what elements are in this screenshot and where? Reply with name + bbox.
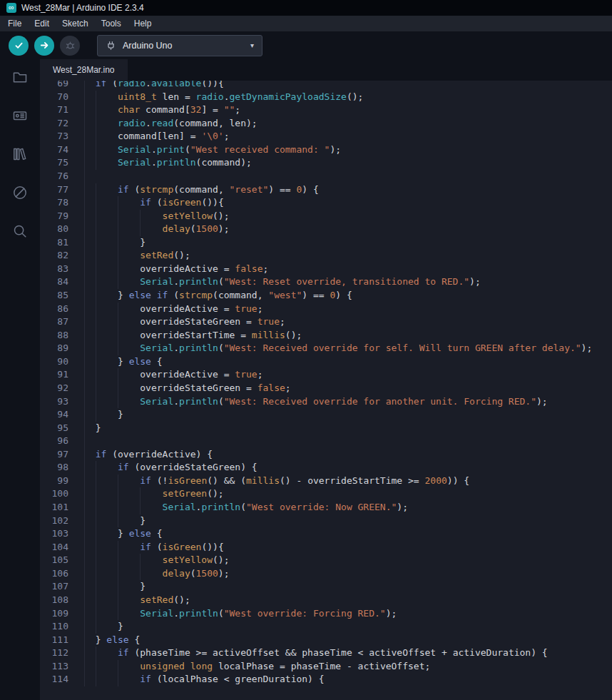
line-number: 74 [40, 143, 84, 157]
code-line[interactable]: 83 overrideActive = false; [40, 263, 612, 276]
code-line[interactable]: 96 [40, 435, 612, 448]
code-line[interactable]: 108 setRed(); [40, 594, 612, 607]
debug-circle-slash-icon [11, 184, 29, 201]
sidebar-boards-manager-button[interactable] [9, 106, 31, 125]
library-books-icon [11, 146, 29, 163]
line-number: 83 [40, 263, 84, 276]
line-number: 95 [40, 422, 84, 435]
line-number: 87 [40, 315, 84, 329]
line-number: 94 [40, 408, 84, 422]
arduino-ide-window: ∞ West_28Mar | Arduino IDE 2.3.4 File Ed… [0, 0, 612, 700]
line-number: 96 [40, 435, 84, 448]
tab-bar: West_28Mar.ino [40, 59, 612, 81]
code-line[interactable]: 90 } else { [40, 355, 612, 369]
toolbar: Arduino Uno ▾ [0, 31, 612, 59]
code-line[interactable]: 75 Serial.println(command); [40, 156, 612, 170]
line-number: 106 [40, 567, 84, 581]
line-number: 111 [40, 634, 84, 647]
sidebar-search-button[interactable] [9, 222, 31, 240]
line-number: 107 [40, 580, 84, 594]
code-line[interactable]: 103 } else { [40, 527, 612, 541]
line-number: 69 [40, 81, 84, 91]
code-line[interactable]: 71 char command[32] = ""; [40, 103, 612, 117]
code-line[interactable]: 88 overrideStartTime = millis(); [40, 329, 612, 343]
code-line[interactable]: 107 } [40, 580, 612, 594]
code-line[interactable]: 114 if (localPhase < greenDuration) { [40, 673, 612, 686]
code-line[interactable]: 84 Serial.println("West: Reset override,… [40, 275, 612, 289]
code-line[interactable]: 89 Serial.println("West: Received overri… [40, 342, 612, 355]
verify-button[interactable] [9, 36, 29, 56]
code-line[interactable]: 80 delay(1500); [40, 223, 612, 236]
code-line[interactable]: 102 } [40, 514, 612, 528]
line-number: 100 [40, 487, 84, 501]
tab-west-28mar-ino[interactable]: West_28Mar.ino [40, 59, 128, 81]
line-number: 99 [40, 475, 84, 488]
code-line[interactable]: 82 setRed(); [40, 249, 612, 263]
code-line[interactable]: 85 } else if (strcmp(command, "west") ==… [40, 289, 612, 303]
code-line[interactable]: 113 unsigned long localPhase = phaseTime… [40, 660, 612, 674]
line-number: 110 [40, 620, 84, 634]
line-number: 105 [40, 554, 84, 567]
code-line[interactable]: 86 overrideActive = true; [40, 303, 612, 316]
menu-item-edit[interactable]: Edit [28, 17, 56, 30]
window-title: West_28Mar | Arduino IDE 2.3.4 [21, 3, 144, 13]
line-number: 112 [40, 646, 84, 660]
board-plug-icon [106, 40, 116, 51]
upload-button[interactable] [34, 36, 54, 56]
code-line[interactable]: 104 if (isGreen()){ [40, 541, 612, 554]
code-line[interactable]: 74 Serial.print("West received command: … [40, 143, 612, 157]
code-line[interactable]: 101 Serial.println("West override: Now G… [40, 501, 612, 514]
code-line[interactable]: 87 overrideStateGreen = true; [40, 315, 612, 329]
code-line[interactable]: 105 setYellow(); [40, 554, 612, 567]
board-selector[interactable]: Arduino Uno ▾ [97, 35, 262, 56]
line-number: 79 [40, 210, 84, 223]
line-number: 90 [40, 355, 84, 369]
code-line[interactable]: 110 } [40, 620, 612, 634]
code-line[interactable]: 81 } [40, 236, 612, 250]
menu-item-sketch[interactable]: Sketch [56, 17, 95, 30]
code-line[interactable]: 69 if (radio.available()){ [40, 81, 612, 91]
sidebar-library-manager-button[interactable] [9, 145, 31, 163]
code-line[interactable]: 72 radio.read(command, len); [40, 117, 612, 131]
menu-item-help[interactable]: Help [128, 17, 158, 30]
search-icon [11, 223, 29, 240]
code-line[interactable]: 93 Serial.println("West: Received overri… [40, 395, 612, 409]
line-number: 75 [40, 156, 84, 170]
line-number: 82 [40, 249, 84, 263]
code-line[interactable]: 70 uint8_t len = radio.getDynamicPayload… [40, 91, 612, 104]
sidebar-debug-button[interactable] [9, 183, 31, 202]
code-line[interactable]: 95 } [40, 422, 612, 435]
line-number: 71 [40, 103, 84, 117]
line-number: 76 [40, 170, 84, 183]
code-line[interactable]: 111 } else { [40, 634, 612, 647]
code-line[interactable]: 99 if (!isGreen() && (millis() - overrid… [40, 475, 612, 488]
code-editor[interactable]: 69 if (radio.available()){70 uint8_t len… [40, 81, 612, 700]
code-line[interactable]: 109 Serial.println("West override: Forci… [40, 607, 612, 621]
line-number: 89 [40, 342, 84, 355]
menu-item-file[interactable]: File [1, 17, 28, 30]
code-line[interactable]: 106 delay(1500); [40, 567, 612, 581]
code-line[interactable]: 97 if (overrideActive) { [40, 448, 612, 462]
code-line[interactable]: 92 overrideStateGreen = false; [40, 382, 612, 395]
code-line[interactable]: 98 if (overrideStateGreen) { [40, 461, 612, 475]
debug-button[interactable] [60, 36, 80, 56]
line-number: 104 [40, 541, 84, 554]
code-line[interactable]: 91 overrideActive = true; [40, 368, 612, 382]
folder-icon [11, 69, 29, 86]
menu-item-tools[interactable]: Tools [95, 17, 128, 30]
code-line[interactable]: 73 command[len] = '\0'; [40, 130, 612, 143]
line-number: 113 [40, 660, 84, 674]
code-line[interactable]: 112 if (phaseTime >= activeOffset && pha… [40, 646, 612, 660]
sidebar-sketchbook-button[interactable] [9, 68, 31, 86]
code-line[interactable]: 77 if (strcmp(command, "reset") == 0) { [40, 183, 612, 197]
line-number: 92 [40, 382, 84, 395]
line-number: 70 [40, 91, 84, 104]
line-number: 84 [40, 275, 84, 289]
line-number: 103 [40, 527, 84, 541]
code-line[interactable]: 100 setGreen(); [40, 487, 612, 501]
code-line[interactable]: 78 if (isGreen()){ [40, 196, 612, 210]
code-line[interactable]: 79 setYellow(); [40, 210, 612, 223]
line-number: 73 [40, 130, 84, 143]
code-line[interactable]: 94 } [40, 408, 612, 422]
code-line[interactable]: 76 [40, 170, 612, 183]
